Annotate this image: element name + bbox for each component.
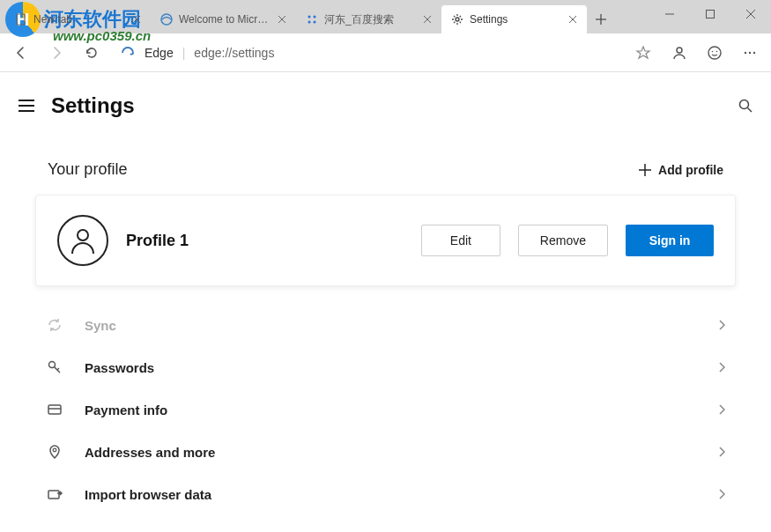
add-profile-label: Add profile: [658, 163, 723, 177]
page-title: Settings: [51, 93, 135, 118]
menu-label: Addresses and more: [85, 445, 697, 460]
remove-button[interactable]: Remove: [518, 225, 608, 256]
menu-label: Payment info: [85, 403, 697, 417]
svg-point-25: [745, 51, 746, 53]
toolbar: Edge | edge://settings: [0, 33, 771, 72]
edge-icon: [120, 45, 136, 61]
svg-point-35: [78, 230, 88, 240]
refresh-button[interactable]: [76, 37, 107, 69]
favorite-star-icon[interactable]: [635, 45, 651, 61]
svg-point-12: [308, 21, 311, 24]
svg-point-27: [753, 51, 755, 53]
chevron-right-icon: [718, 447, 725, 457]
more-button[interactable]: [734, 37, 766, 69]
section-head: Your profile Add profile: [35, 134, 736, 195]
menu-label: Passwords: [85, 360, 697, 375]
card-icon: [46, 401, 63, 418]
close-icon[interactable]: [566, 12, 580, 26]
key-icon: [46, 358, 63, 376]
svg-point-10: [308, 16, 311, 18]
minimize-button[interactable]: [649, 0, 690, 28]
new-tab-button[interactable]: [587, 5, 615, 33]
svg-rect-42: [48, 491, 59, 499]
sync-icon: [46, 316, 63, 334]
address-bar[interactable]: Edge | edge://settings: [111, 39, 660, 67]
svg-point-22: [708, 47, 721, 59]
menu-button[interactable]: [18, 100, 35, 112]
signin-button[interactable]: Sign in: [626, 225, 714, 256]
add-profile-button[interactable]: Add profile: [639, 163, 723, 177]
tab-title: 河东_百度搜索: [324, 12, 415, 27]
svg-point-16: [456, 18, 459, 21]
tab-baidu[interactable]: 河东_百度搜索: [296, 5, 441, 33]
chevron-right-icon: [718, 362, 725, 373]
pin-icon: [46, 443, 63, 461]
address-divider: |: [182, 46, 186, 60]
menu-item-import[interactable]: Import browser data: [35, 473, 736, 515]
svg-point-31: [740, 100, 749, 109]
baidu-icon: [305, 12, 319, 26]
menu-label: Import browser data: [85, 487, 697, 502]
site-label: Edge: [145, 46, 174, 60]
close-button[interactable]: [730, 0, 771, 28]
close-icon[interactable]: [275, 12, 289, 26]
profile-button[interactable]: [664, 37, 695, 69]
edge-icon: [159, 12, 174, 26]
settings-menu: Sync Passwords Payment info Addresses an…: [35, 304, 736, 515]
menu-item-addresses[interactable]: Addresses and more: [35, 431, 736, 473]
menu-item-sync[interactable]: Sync: [35, 304, 736, 346]
avatar: [57, 215, 108, 266]
svg-point-41: [53, 448, 56, 452]
settings-content: Settings Your profile Add profile Profil…: [0, 72, 771, 532]
svg-rect-1: [707, 11, 715, 18]
svg-point-13: [314, 21, 316, 24]
back-button[interactable]: [5, 37, 37, 69]
profile-name: Profile 1: [126, 232, 404, 250]
svg-line-32: [748, 108, 752, 113]
tab-title: Welcome to Micro...: [179, 13, 270, 26]
tab-title: Settings: [470, 13, 560, 26]
close-icon[interactable]: [130, 12, 144, 26]
menu-item-payment[interactable]: Payment info: [35, 388, 736, 431]
svg-rect-39: [48, 405, 61, 414]
svg-point-26: [749, 51, 751, 53]
gear-icon: [450, 12, 464, 26]
feedback-button[interactable]: [699, 37, 730, 69]
tab-welcome[interactable]: Welcome to Micro...: [151, 5, 296, 33]
chevron-right-icon: [718, 404, 725, 415]
tab-new-tab[interactable]: New tab: [5, 5, 151, 33]
window-controls: [649, 0, 771, 28]
tab-settings[interactable]: Settings: [441, 5, 587, 33]
profile-card: Profile 1 Edit Remove Sign in: [35, 195, 736, 286]
chevron-right-icon: [718, 489, 725, 499]
menu-item-passwords[interactable]: Passwords: [35, 346, 736, 388]
import-icon: [46, 485, 63, 503]
svg-point-21: [677, 48, 682, 53]
page-icon: [14, 12, 28, 26]
tab-title: New tab: [33, 13, 124, 26]
settings-header: Settings: [0, 72, 771, 134]
svg-point-24: [716, 50, 718, 52]
svg-line-38: [57, 368, 59, 370]
search-button[interactable]: [738, 98, 753, 114]
plus-icon: [639, 164, 651, 176]
profile-section: Your profile Add profile Profile 1 Edit …: [0, 134, 771, 532]
chevron-right-icon: [718, 320, 725, 330]
url-text: edge://settings: [194, 46, 274, 60]
svg-rect-4: [17, 14, 25, 25]
section-title: Your profile: [48, 160, 127, 179]
forward-button[interactable]: [41, 37, 72, 69]
maximize-button[interactable]: [690, 0, 730, 28]
menu-label: Sync: [85, 318, 697, 333]
edit-button[interactable]: Edit: [421, 225, 500, 256]
close-icon[interactable]: [420, 12, 434, 26]
svg-point-23: [712, 50, 714, 52]
svg-point-36: [49, 362, 56, 368]
svg-point-11: [314, 16, 316, 18]
